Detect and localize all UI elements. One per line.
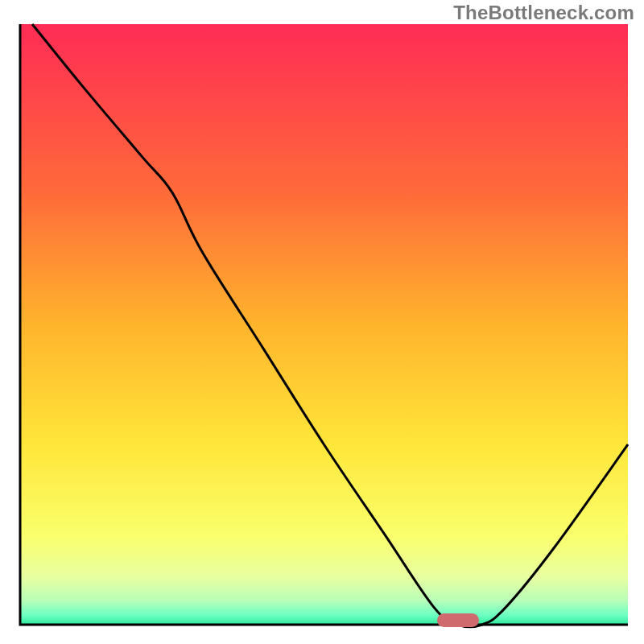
chart-svg: [0, 0, 644, 644]
plot-background: [20, 24, 628, 625]
chart-container: TheBottleneck.com: [0, 0, 644, 644]
optimum-marker: [437, 613, 479, 627]
